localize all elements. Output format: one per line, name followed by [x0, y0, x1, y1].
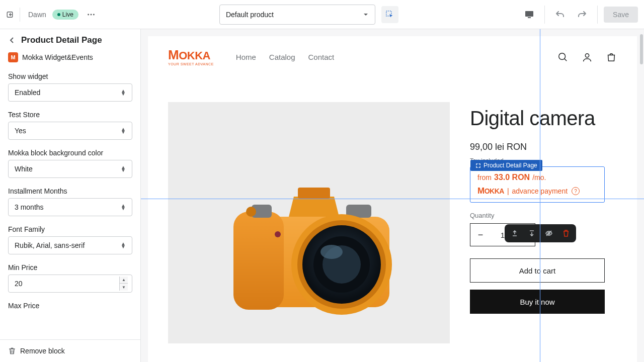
field-label: Test Store [8, 111, 132, 119]
buy-now-button[interactable]: Buy it now [470, 290, 605, 314]
product-info: Digital camera 99,00 lei RON Tax include… [470, 102, 617, 343]
svg-point-7 [559, 53, 566, 59]
select-value: Rubik, Arial, sans-serif [15, 241, 85, 249]
number-spinner: ▲ ▼ [119, 277, 128, 291]
expand-icon [475, 163, 481, 168]
cart-button[interactable] [606, 52, 617, 63]
svg-point-20 [275, 231, 281, 237]
scrollbar-thumb[interactable] [640, 34, 643, 64]
show-widget-select[interactable]: Enabled ▲▼ [8, 83, 132, 102]
product-area: Digital camera 99,00 lei RON Tax include… [148, 72, 637, 343]
mokka-widget-block[interactable]: Product Detail Page from 33.0 RON /mo. M… [470, 166, 605, 203]
mokka-brand-line: MOKKA | advance payment ? [477, 186, 597, 196]
save-button[interactable]: Save [604, 7, 638, 23]
select-arrows-icon: ▲▼ [121, 166, 126, 172]
select-arrows-icon: ▲▼ [121, 204, 126, 210]
field-label: Max Price [8, 302, 132, 310]
preview-frame[interactable]: MOKKA YOUR SWEET ADVANCE Home Catalog Co… [148, 36, 637, 362]
app-name: Mokka Widget&Events [22, 53, 93, 61]
field-min-price: Min Price 20 ▲ ▼ [8, 263, 132, 293]
svg-point-2 [90, 14, 92, 15]
field-label: Mokka block background color [8, 149, 132, 157]
amount-text: 33.0 RON [494, 173, 530, 182]
from-text: from [477, 173, 492, 182]
svg-rect-5 [525, 11, 533, 17]
more-menu-button[interactable] [85, 8, 98, 21]
block-action-toolbar [505, 224, 576, 242]
quantity-decrease[interactable]: − [470, 224, 491, 246]
select-value: Yes [15, 127, 26, 135]
product-selector[interactable]: Default product [219, 5, 375, 25]
bag-icon [606, 52, 617, 63]
search-button[interactable] [557, 52, 569, 63]
nav-home[interactable]: Home [236, 53, 256, 61]
select-arrows-icon: ▲▼ [121, 89, 126, 96]
theme-name: Dawn [28, 11, 46, 19]
logo-subtext: YOUR SWEET ADVANCE [168, 62, 214, 66]
back-button[interactable] [8, 36, 16, 44]
hide-button[interactable] [544, 228, 554, 238]
delete-button[interactable] [561, 228, 571, 238]
settings-sidebar: Product Detail Page M Mokka Widget&Event… [0, 29, 141, 362]
exit-button[interactable] [6, 8, 20, 22]
topbar-center: Default product [104, 5, 514, 25]
search-icon [557, 52, 569, 63]
store-header: MOKKA YOUR SWEET ADVANCE Home Catalog Co… [148, 36, 637, 72]
product-selector-value: Default product [226, 11, 274, 19]
trash-icon [562, 229, 570, 237]
sidebar-app-row[interactable]: M Mokka Widget&Events [8, 52, 132, 62]
move-up-button[interactable] [510, 228, 520, 238]
font-select[interactable]: Rubik, Arial, sans-serif ▲▼ [8, 236, 132, 254]
help-icon[interactable]: ? [572, 187, 580, 195]
logo-text: MOKKA [168, 48, 214, 61]
redo-button[interactable] [573, 6, 591, 24]
spinner-down[interactable]: ▼ [120, 284, 128, 291]
svg-rect-10 [233, 212, 284, 310]
min-price-input[interactable]: 20 ▲ ▼ [8, 275, 132, 293]
store-logo[interactable]: MOKKA YOUR SWEET ADVANCE [168, 48, 214, 66]
months-select[interactable]: 3 months ▲▼ [8, 198, 132, 216]
camera-illustration [203, 156, 415, 327]
add-to-cart-button[interactable]: Add to cart [470, 258, 605, 283]
undo-button[interactable] [551, 6, 569, 24]
svg-point-1 [88, 14, 89, 15]
select-value: White [15, 165, 33, 173]
bg-color-select[interactable]: White ▲▼ [8, 160, 132, 178]
product-image[interactable] [168, 102, 450, 343]
field-font: Font Family Rubik, Arial, sans-serif ▲▼ [8, 225, 132, 254]
product-title: Digital camera [470, 107, 617, 130]
account-button[interactable] [582, 52, 593, 63]
mokka-small-logo: MOKKA [477, 186, 504, 196]
trash-icon [8, 347, 16, 355]
caret-down-icon [363, 12, 369, 18]
store-nav: Home Catalog Contact [236, 53, 334, 61]
sidebar-scroll[interactable]: Product Detail Page M Mokka Widget&Event… [0, 29, 140, 339]
desktop-icon [524, 10, 534, 20]
select-arrows-icon: ▲▼ [121, 242, 126, 248]
store-header-icons [557, 52, 617, 63]
top-bar: Dawn Live Default product Save [0, 0, 644, 29]
svg-point-19 [320, 245, 343, 259]
select-value: Enabled [15, 88, 40, 97]
tag-label: Product Detail Page [484, 162, 537, 169]
field-months: Installment Months 3 months ▲▼ [8, 187, 132, 216]
sidebar-header: Product Detail Page [8, 35, 132, 45]
nav-contact[interactable]: Contact [308, 53, 335, 61]
inspector-icon [385, 10, 394, 19]
test-store-select[interactable]: Yes ▲▼ [8, 122, 132, 140]
quantity-label: Quantity [470, 212, 617, 219]
preview-scrollbar[interactable] [640, 34, 643, 357]
divider [597, 6, 598, 24]
move-down-button[interactable] [527, 228, 537, 238]
remove-block-button[interactable]: Remove block [0, 339, 140, 362]
svg-rect-11 [298, 188, 330, 199]
viewport-button[interactable] [520, 6, 538, 24]
inspector-button[interactable] [381, 6, 398, 23]
field-bg-color: Mokka block background color White ▲▼ [8, 149, 132, 178]
spinner-up[interactable]: ▲ [120, 277, 128, 284]
eye-off-icon [545, 229, 553, 237]
nav-catalog[interactable]: Catalog [269, 53, 295, 61]
svg-point-8 [585, 53, 589, 57]
undo-icon [555, 10, 565, 20]
mokka-block-tag: Product Detail Page [470, 160, 542, 171]
